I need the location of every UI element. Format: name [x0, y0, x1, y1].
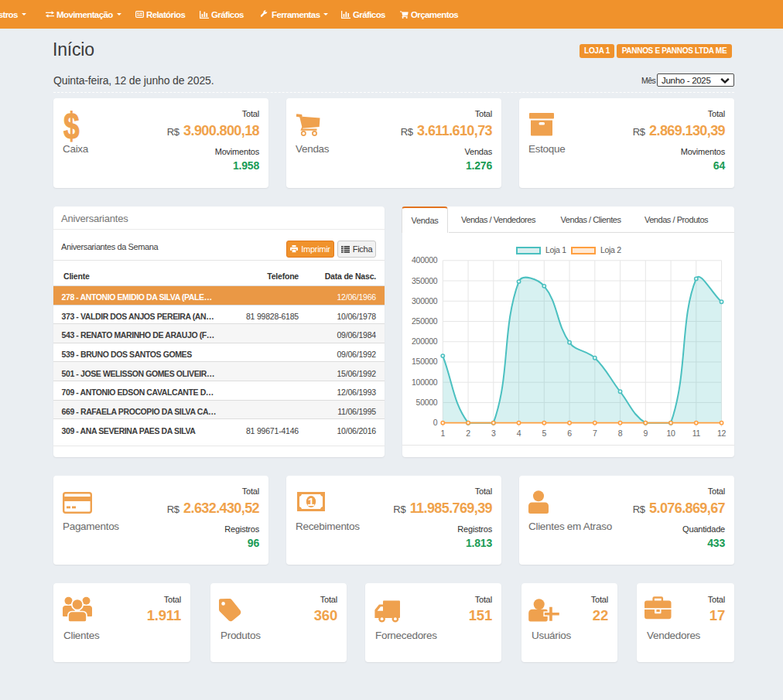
- svg-text:1: 1: [308, 496, 314, 508]
- svg-text:12: 12: [717, 429, 727, 438]
- svg-text:10: 10: [667, 429, 676, 438]
- svg-text:250000: 250000: [412, 316, 438, 326]
- svg-text:9: 9: [644, 429, 648, 438]
- svg-text:3: 3: [491, 429, 496, 438]
- svg-text:7: 7: [593, 429, 597, 438]
- svg-text:1: 1: [441, 429, 446, 438]
- svg-text:200000: 200000: [412, 336, 438, 346]
- svg-text:100000: 100000: [412, 377, 438, 387]
- svg-text:2: 2: [466, 429, 470, 438]
- svg-text:150000: 150000: [412, 357, 438, 366]
- svg-text:0: 0: [433, 418, 438, 427]
- svg-text:350000: 350000: [412, 276, 438, 285]
- svg-text:6: 6: [567, 429, 572, 438]
- svg-text:300000: 300000: [412, 296, 438, 306]
- svg-text:5: 5: [542, 429, 547, 438]
- svg-text:4: 4: [517, 429, 521, 438]
- svg-text:8: 8: [618, 429, 623, 438]
- svg-text:400000: 400000: [412, 255, 438, 265]
- svg-text:50000: 50000: [416, 398, 438, 407]
- svg-text:11: 11: [692, 429, 701, 438]
